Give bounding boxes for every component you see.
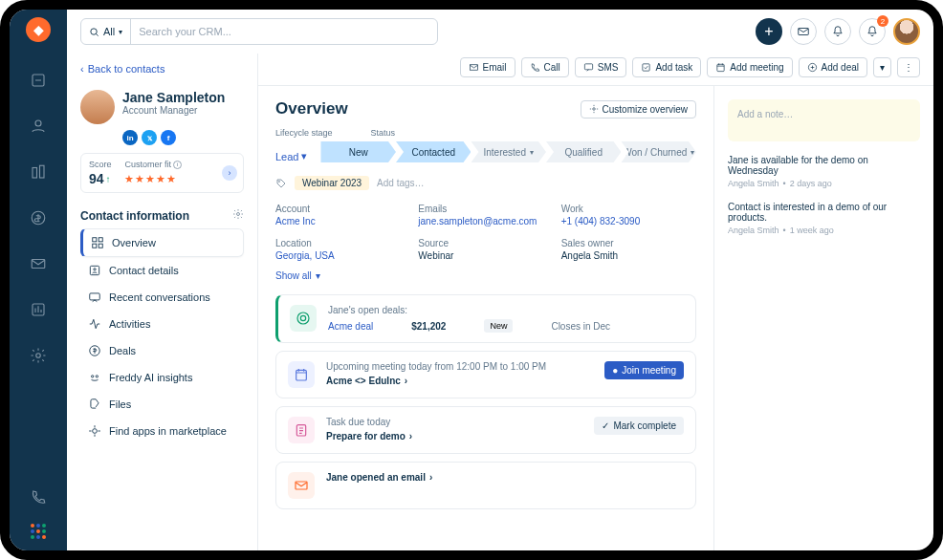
svg-point-29	[297, 312, 309, 324]
call-button[interactable]: Call	[521, 57, 569, 77]
btn-label: Add deal	[822, 62, 859, 73]
meeting-card: Upcoming meeting today from 12:00 PM to …	[275, 351, 696, 398]
rail-settings-icon[interactable]	[23, 340, 54, 371]
nav-marketplace[interactable]: Find apps in marketplace	[80, 418, 244, 444]
rail-apps-icon[interactable]	[31, 524, 46, 539]
nav-freddy-ai[interactable]: Freddy AI insights	[80, 364, 244, 391]
stage-qualified[interactable]: Qualified	[546, 141, 622, 162]
score-expand-icon[interactable]: ›	[222, 165, 237, 181]
email-link[interactable]: jane.sampleton@acme.com	[418, 216, 553, 226]
search-filter-dropdown[interactable]: All ▾	[81, 19, 131, 44]
notes-panel: Add a note… Jane is available for the de…	[713, 86, 933, 550]
rail-accounts-icon[interactable]	[23, 157, 54, 187]
lead-label: Lead	[275, 151, 298, 162]
meeting-card-title: Upcoming meeting today from 12:00 PM to …	[326, 361, 593, 372]
svg-rect-12	[99, 238, 102, 242]
mark-complete-button[interactable]: ✓ Mark complete	[594, 417, 684, 435]
more-actions-button[interactable]: ⋮	[897, 57, 920, 77]
nav-activities[interactable]: Activities	[80, 311, 244, 337]
quick-add-button[interactable]: +	[756, 18, 782, 45]
owner-value: Angela Smith	[561, 250, 696, 261]
email-button[interactable]: Email	[460, 57, 515, 77]
phone-link[interactable]: +1 (404) 832-3090	[561, 216, 696, 226]
search-input[interactable]	[131, 26, 437, 37]
nav-label: Deals	[109, 345, 136, 356]
note-item[interactable]: Jane is available for the demo on Wednes…	[728, 155, 920, 188]
linkedin-icon[interactable]: in	[122, 130, 138, 145]
search-filter-label: All	[103, 26, 115, 37]
tag-chip[interactable]: Webinar 2023	[295, 176, 369, 190]
calendar-icon	[288, 361, 315, 388]
rail-deals-icon[interactable]	[23, 203, 54, 233]
customize-overview-button[interactable]: Customize overview	[581, 100, 696, 118]
twitter-icon[interactable]: 𝕩	[142, 130, 157, 145]
svg-rect-31	[296, 370, 307, 380]
nav-deals[interactable]: Deals	[80, 337, 244, 364]
topbar-alerts-icon[interactable]: 2	[859, 18, 886, 45]
source-value: Webinar	[418, 250, 553, 261]
stage-new[interactable]: New	[320, 141, 396, 162]
facebook-icon[interactable]: f	[161, 130, 176, 145]
rail-phone-icon[interactable]	[23, 482, 54, 512]
task-card-title: Task due today	[326, 417, 582, 427]
account-link[interactable]: Acme Inc	[275, 216, 410, 226]
add-task-button[interactable]: Add task	[632, 57, 701, 77]
topbar-email-icon[interactable]	[790, 18, 817, 45]
lifecycle-label: Lifecycle stage	[275, 128, 333, 138]
btn-label: Customize overview	[603, 104, 688, 115]
status-label: Status	[371, 128, 396, 138]
email-open-icon	[288, 472, 315, 499]
note-text: Contact is interested in a demo of our p…	[728, 202, 920, 223]
btn-label: SMS	[598, 62, 619, 73]
sms-button[interactable]: SMS	[575, 57, 627, 77]
nav-label: Recent conversations	[109, 291, 210, 303]
add-tags-button[interactable]: Add tags…	[377, 178, 424, 188]
show-all-fields-button[interactable]: Show all ▾	[275, 270, 696, 281]
rail-email-icon[interactable]	[23, 248, 54, 279]
deal-card-title: Jane's open deals:	[328, 305, 684, 315]
lifecycle-stage-dropdown[interactable]: Lead ▾	[275, 150, 307, 162]
location-link[interactable]: Georgia, USA	[275, 250, 410, 261]
join-meeting-button[interactable]: ● Join meeting	[604, 361, 684, 379]
svg-rect-24	[643, 64, 649, 71]
note-item[interactable]: Contact is interested in a demo of our p…	[728, 202, 920, 235]
stage-won[interactable]: Won / Churned▾	[621, 141, 696, 162]
add-meeting-button[interactable]: Add meeting	[707, 57, 792, 77]
note-author: Angela Smith	[728, 226, 779, 235]
back-to-contacts-link[interactable]: ‹ Back to contacts	[80, 63, 244, 75]
info-icon[interactable]: i	[173, 161, 182, 169]
note-author: Angela Smith	[728, 179, 779, 188]
nav-label: Activities	[109, 318, 150, 330]
btn-label: Email	[483, 62, 507, 73]
app-logo[interactable]: ◆	[26, 17, 51, 42]
svg-rect-17	[90, 293, 100, 300]
add-deal-button[interactable]: Add deal	[799, 57, 867, 77]
nav-contact-details[interactable]: Contact details	[80, 257, 244, 284]
contact-avatar	[80, 90, 115, 124]
nav-overview[interactable]: Overview	[80, 228, 244, 257]
deal-link[interactable]: Acme deal	[328, 321, 373, 332]
show-all-label: Show all	[275, 270, 312, 281]
svg-rect-23	[584, 64, 592, 70]
nav-files[interactable]: Files	[80, 391, 244, 418]
user-avatar[interactable]	[893, 18, 920, 45]
contact-info-settings-icon[interactable]	[232, 208, 244, 223]
nav-conversations[interactable]: Recent conversations	[80, 284, 244, 311]
contact-sidebar: ‹ Back to contacts Jane Sampleton Accoun…	[67, 54, 258, 550]
add-deal-dropdown[interactable]: ▾	[873, 57, 891, 77]
stage-interested[interactable]: Interested▾	[471, 141, 546, 162]
task-name: Prepare for demo	[326, 431, 406, 442]
rail-home-icon[interactable]	[23, 65, 54, 96]
contact-name: Jane Sampleton	[122, 90, 225, 105]
svg-rect-11	[93, 238, 97, 242]
add-note-input[interactable]: Add a note…	[728, 99, 920, 141]
topbar-notifications-icon[interactable]	[824, 18, 851, 45]
task-icon	[288, 417, 315, 443]
rail-reports-icon[interactable]	[23, 294, 54, 325]
note-time: 2 days ago	[790, 179, 832, 188]
rail-contacts-icon[interactable]	[23, 111, 54, 141]
deal-amount: $21,202	[411, 321, 446, 332]
contact-info-heading: Contact information	[80, 209, 189, 223]
field-label: Account	[275, 204, 410, 214]
stage-contacted[interactable]: Contacted	[396, 141, 472, 162]
